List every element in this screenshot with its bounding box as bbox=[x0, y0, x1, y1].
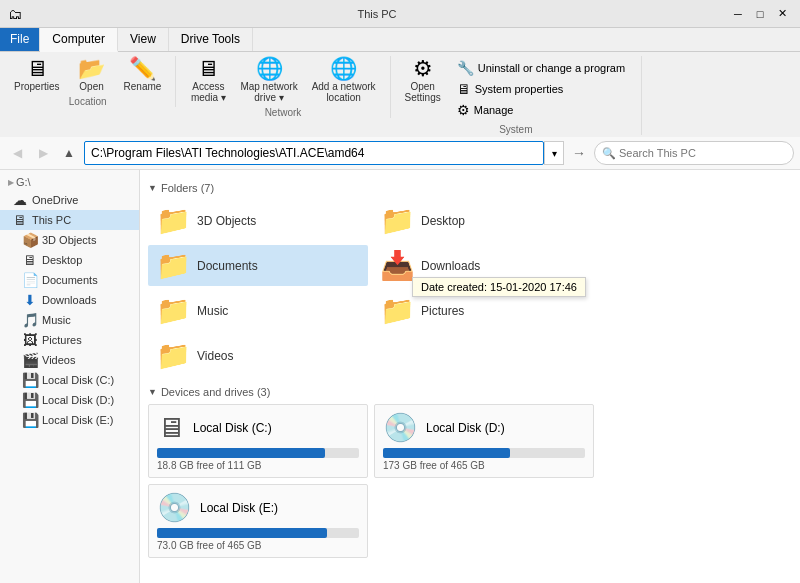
sidebar-item-desktop[interactable]: 🖥 Desktop bbox=[0, 250, 139, 270]
ribbon-group-network: 🖥 Accessmedia ▾ 🌐 Map networkdrive ▾ 🌐 A… bbox=[180, 56, 390, 118]
content-area: ▼ Folders (7) 📁 3D Objects 📁 Desktop 📁 D… bbox=[140, 170, 800, 583]
expand-icon: ▶ bbox=[8, 178, 14, 187]
folders-header-label: Folders (7) bbox=[161, 182, 214, 194]
sidebar-item-onedrive[interactable]: ☁ OneDrive bbox=[0, 190, 139, 210]
drive-e-info: 73.0 GB free of 465 GB bbox=[157, 540, 359, 551]
folder-desktop[interactable]: 📁 Desktop bbox=[372, 200, 592, 241]
folder-3d-objects[interactable]: 📁 3D Objects bbox=[148, 200, 368, 241]
quick-access-label: G:\ bbox=[16, 176, 31, 188]
address-dropdown-button[interactable]: ▾ bbox=[544, 141, 564, 165]
folder-documents-icon: 📁 bbox=[156, 249, 191, 282]
window-logo: 🗂 bbox=[8, 6, 22, 22]
minimize-button[interactable]: ─ bbox=[728, 4, 748, 24]
folder-pictures-icon: 📁 bbox=[380, 294, 415, 327]
forward-button[interactable]: ▶ bbox=[32, 142, 54, 164]
ribbon-group-location: 🖥 Properties 📂 Open ✏️ Rename Location bbox=[4, 56, 176, 107]
open-settings-button[interactable]: ⚙ OpenSettings bbox=[399, 56, 447, 105]
sidebar-item-local-disk-c[interactable]: 💾 Local Disk (C:) bbox=[0, 370, 139, 390]
folder-music[interactable]: 📁 Music bbox=[148, 290, 368, 331]
3d-objects-icon: 📦 bbox=[22, 232, 38, 248]
drive-c-bar-fill bbox=[157, 448, 325, 458]
tab-drive-tools[interactable]: Drive Tools bbox=[169, 28, 253, 51]
uninstall-icon: 🔧 bbox=[457, 60, 474, 76]
uninstall-program-button[interactable]: 🔧 Uninstall or change a program bbox=[449, 58, 633, 78]
refresh-button[interactable]: → bbox=[568, 142, 590, 164]
properties-icon: 🖥 bbox=[26, 58, 48, 80]
system-props-icon: 🖥 bbox=[457, 81, 471, 97]
settings-icon: ⚙ bbox=[413, 58, 433, 80]
tab-computer[interactable]: Computer bbox=[40, 28, 118, 52]
drive-d-name: Local Disk (D:) bbox=[426, 421, 505, 435]
tooltip: Date created: 15-01-2020 17:46 bbox=[412, 277, 586, 297]
folders-grid: 📁 3D Objects 📁 Desktop 📁 Documents 📥 Dow… bbox=[148, 200, 792, 376]
address-input[interactable] bbox=[84, 141, 544, 165]
disk-e-icon: 💾 bbox=[22, 412, 38, 428]
drive-c[interactable]: 🖥 Local Disk (C:) 18.8 GB free of 111 GB bbox=[148, 404, 368, 478]
drive-c-info: 18.8 GB free of 111 GB bbox=[157, 460, 359, 471]
manage-button[interactable]: ⚙ Manage bbox=[449, 100, 633, 120]
sidebar-item-videos[interactable]: 🎬 Videos bbox=[0, 350, 139, 370]
drive-e-icon: 💿 bbox=[157, 491, 192, 524]
disk-d-icon: 💾 bbox=[22, 392, 38, 408]
ribbon-group-system: ⚙ OpenSettings 🔧 Uninstall or change a p… bbox=[395, 56, 643, 135]
sidebar-item-local-disk-d[interactable]: 💾 Local Disk (D:) bbox=[0, 390, 139, 410]
system-properties-button[interactable]: 🖥 System properties bbox=[449, 79, 633, 99]
documents-icon: 📄 bbox=[22, 272, 38, 288]
drive-d[interactable]: 💿 Local Disk (D:) 173 GB free of 465 GB bbox=[374, 404, 594, 478]
up-button[interactable]: ▲ bbox=[58, 142, 80, 164]
rename-icon: ✏️ bbox=[129, 58, 156, 80]
videos-icon: 🎬 bbox=[22, 352, 38, 368]
folder-videos-icon: 📁 bbox=[156, 339, 191, 372]
drive-d-bar-fill bbox=[383, 448, 510, 458]
maximize-button[interactable]: □ bbox=[750, 4, 770, 24]
properties-button[interactable]: 🖥 Properties bbox=[8, 56, 66, 94]
folder-music-icon: 📁 bbox=[156, 294, 191, 327]
sidebar-item-this-pc[interactable]: 🖥 This PC bbox=[0, 210, 139, 230]
devices-header-label: Devices and drives (3) bbox=[161, 386, 270, 398]
open-button[interactable]: 📂 Open bbox=[68, 56, 116, 94]
folder-documents[interactable]: 📁 Documents bbox=[148, 245, 368, 286]
drive-c-name: Local Disk (C:) bbox=[193, 421, 272, 435]
map-network-drive-button[interactable]: 🌐 Map networkdrive ▾ bbox=[234, 56, 303, 105]
sidebar-item-3d-objects[interactable]: 📦 3D Objects bbox=[0, 230, 139, 250]
drive-e-bar-fill bbox=[157, 528, 327, 538]
back-button[interactable]: ◀ bbox=[6, 142, 28, 164]
add-network-location-button[interactable]: 🌐 Add a networklocation bbox=[306, 56, 382, 105]
folders-section-header: ▼ Folders (7) bbox=[148, 182, 792, 194]
window-controls: ─ □ ✕ bbox=[728, 4, 792, 24]
sidebar-item-documents[interactable]: 📄 Documents bbox=[0, 270, 139, 290]
close-button[interactable]: ✕ bbox=[772, 4, 792, 24]
folder-videos[interactable]: 📁 Videos bbox=[148, 335, 368, 376]
sidebar-item-downloads[interactable]: ⬇ Downloads bbox=[0, 290, 139, 310]
drive-e-name: Local Disk (E:) bbox=[200, 501, 278, 515]
drive-e[interactable]: 💿 Local Disk (E:) 73.0 GB free of 465 GB bbox=[148, 484, 368, 558]
devices-chevron: ▼ bbox=[148, 387, 157, 397]
sidebar-item-local-disk-e[interactable]: 💾 Local Disk (E:) bbox=[0, 410, 139, 430]
rename-button[interactable]: ✏️ Rename bbox=[118, 56, 168, 94]
ribbon: 🖥 Properties 📂 Open ✏️ Rename Location 🖥… bbox=[0, 52, 800, 137]
manage-icon: ⚙ bbox=[457, 102, 470, 118]
main-area: ▶ G:\ ☁ OneDrive 🖥 This PC 📦 3D Objects … bbox=[0, 170, 800, 583]
drive-d-info: 173 GB free of 465 GB bbox=[383, 460, 585, 471]
window-title: This PC bbox=[26, 8, 728, 20]
folder-downloads[interactable]: 📥 Downloads Date created: 15-01-2020 17:… bbox=[372, 245, 592, 286]
quick-access-header[interactable]: ▶ G:\ bbox=[0, 174, 139, 190]
system-group-label: System bbox=[499, 124, 532, 135]
onedrive-icon: ☁ bbox=[12, 192, 28, 208]
this-pc-icon: 🖥 bbox=[12, 212, 28, 228]
music-icon: 🎵 bbox=[22, 312, 38, 328]
tab-view[interactable]: View bbox=[118, 28, 169, 51]
pictures-icon: 🖼 bbox=[22, 332, 38, 348]
tab-file[interactable]: File bbox=[0, 28, 40, 51]
sidebar-item-pictures[interactable]: 🖼 Pictures bbox=[0, 330, 139, 350]
desktop-icon: 🖥 bbox=[22, 252, 38, 268]
folders-chevron: ▼ bbox=[148, 183, 157, 193]
open-icon: 📂 bbox=[78, 58, 105, 80]
search-wrap: 🔍 bbox=[594, 141, 794, 165]
location-group-label: Location bbox=[69, 96, 107, 107]
sidebar-item-music[interactable]: 🎵 Music bbox=[0, 310, 139, 330]
search-input[interactable] bbox=[594, 141, 794, 165]
folder-desktop-icon: 📁 bbox=[380, 204, 415, 237]
folder-downloads-icon: 📥 bbox=[380, 249, 415, 282]
access-media-button[interactable]: 🖥 Accessmedia ▾ bbox=[184, 56, 232, 105]
